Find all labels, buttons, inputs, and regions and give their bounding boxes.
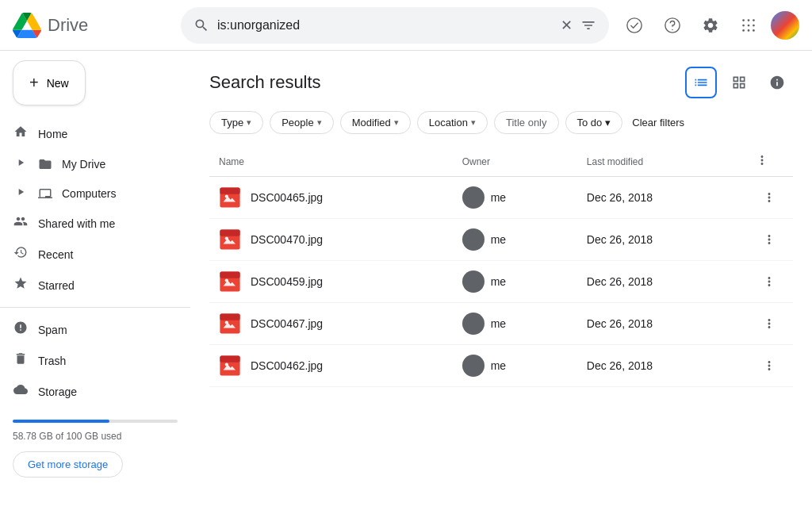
owner-avatar bbox=[462, 270, 485, 293]
sidebar-shared-label: Shared with me bbox=[38, 217, 115, 230]
last-modified-cell: Dec 26, 2018 bbox=[577, 219, 745, 261]
search-icon bbox=[193, 17, 209, 33]
check-circle-icon-btn[interactable] bbox=[619, 10, 650, 41]
row-more-actions[interactable] bbox=[745, 261, 793, 303]
sidebar-item-shared-with-me[interactable]: Shared with me bbox=[0, 208, 178, 239]
filter-people[interactable]: People ▾ bbox=[270, 111, 333, 134]
grid-view-button[interactable] bbox=[723, 67, 755, 98]
sidebar-item-trash[interactable]: Trash bbox=[0, 345, 178, 376]
col-name: Name bbox=[209, 147, 453, 177]
content-header: Search results bbox=[209, 67, 793, 98]
topbar: Drive ✕ bbox=[0, 0, 812, 51]
settings-icon-btn[interactable] bbox=[695, 10, 726, 41]
storage-section: 58.78 GB of 100 GB used Get more storage bbox=[0, 407, 190, 484]
filter-options-icon[interactable] bbox=[580, 17, 596, 33]
help-icon-btn[interactable] bbox=[657, 10, 688, 41]
svg-point-2 bbox=[672, 29, 672, 29]
filter-to-do[interactable]: To do ▾ bbox=[565, 111, 623, 134]
table-row[interactable]: DSC00465.jpg me Dec 26, 2018 bbox=[209, 177, 793, 219]
sidebar-home-label: Home bbox=[38, 128, 67, 140]
get-more-storage-button[interactable]: Get more storage bbox=[13, 451, 123, 478]
filter-modified-label: Modified bbox=[352, 117, 391, 128]
filter-type[interactable]: Type ▾ bbox=[209, 111, 263, 134]
trash-icon bbox=[13, 351, 29, 370]
svg-rect-25 bbox=[220, 355, 239, 362]
sidebar-recent-label: Recent bbox=[38, 248, 73, 261]
sidebar-item-home[interactable]: Home bbox=[0, 118, 178, 149]
col-actions bbox=[745, 147, 793, 177]
recent-icon bbox=[13, 245, 29, 263]
more-options-button[interactable] bbox=[755, 309, 783, 338]
search-bar: ✕ bbox=[181, 7, 609, 44]
svg-point-8 bbox=[753, 24, 755, 26]
row-more-actions[interactable] bbox=[745, 177, 793, 219]
row-more-actions[interactable] bbox=[745, 303, 793, 345]
new-button[interactable]: + New bbox=[13, 60, 86, 105]
sidebar: + New Home My Drive Computers bbox=[0, 51, 190, 514]
owner-avatar bbox=[462, 313, 485, 335]
table-row[interactable]: DSC00462.jpg me Dec 26, 2018 bbox=[209, 345, 793, 387]
sidebar-item-recent[interactable]: Recent bbox=[0, 239, 178, 270]
row-more-actions[interactable] bbox=[745, 219, 793, 261]
filter-location[interactable]: Location ▾ bbox=[417, 111, 488, 134]
info-button[interactable] bbox=[761, 67, 793, 98]
sidebar-spam-label: Spam bbox=[38, 324, 67, 336]
clear-search-icon[interactable]: ✕ bbox=[561, 17, 573, 34]
sidebar-item-my-drive[interactable]: My Drive bbox=[0, 149, 178, 178]
table-header-row: Name Owner Last modified bbox=[209, 147, 793, 177]
drive-logo-icon bbox=[13, 11, 41, 40]
svg-point-4 bbox=[748, 19, 750, 21]
sidebar-item-starred[interactable]: Starred bbox=[0, 270, 178, 301]
sidebar-trash-label: Trash bbox=[38, 355, 66, 367]
file-image-icon bbox=[219, 313, 241, 335]
file-name: DSC00459.jpg bbox=[251, 275, 323, 288]
search-input[interactable] bbox=[217, 18, 553, 33]
row-more-actions[interactable] bbox=[745, 345, 793, 387]
file-name-cell: DSC00462.jpg bbox=[209, 345, 453, 387]
spam-icon bbox=[13, 320, 29, 339]
file-name-cell: DSC00459.jpg bbox=[209, 261, 453, 303]
sidebar-item-storage[interactable]: Storage bbox=[0, 376, 178, 407]
list-view-button[interactable] bbox=[685, 67, 717, 98]
owner-name: me bbox=[491, 317, 506, 330]
owner-avatar bbox=[462, 186, 485, 209]
more-options-button[interactable] bbox=[755, 183, 783, 212]
user-avatar[interactable] bbox=[771, 11, 799, 40]
file-image-icon bbox=[219, 355, 241, 377]
app-name: Drive bbox=[48, 15, 88, 36]
svg-point-6 bbox=[742, 24, 745, 26]
sidebar-starred-label: Starred bbox=[38, 279, 75, 292]
apps-icon-btn[interactable] bbox=[733, 10, 764, 41]
starred-icon bbox=[13, 276, 29, 294]
filter-title-only[interactable]: Title only bbox=[494, 111, 559, 134]
svg-point-0 bbox=[627, 17, 642, 32]
owner-name: me bbox=[491, 233, 506, 246]
owner-cell: me bbox=[453, 261, 577, 303]
computers-expand-icon bbox=[13, 185, 29, 201]
main-layout: + New Home My Drive Computers bbox=[0, 51, 812, 514]
more-options-button[interactable] bbox=[755, 267, 783, 296]
svg-point-20 bbox=[225, 279, 228, 282]
table-row[interactable]: DSC00467.jpg me Dec 26, 2018 bbox=[209, 303, 793, 345]
table-row[interactable]: DSC00470.jpg me Dec 26, 2018 bbox=[209, 219, 793, 261]
sidebar-item-spam[interactable]: Spam bbox=[0, 314, 178, 345]
filter-modified[interactable]: Modified ▾ bbox=[340, 111, 411, 134]
new-button-label: New bbox=[47, 77, 69, 90]
clear-filters-button[interactable]: Clear filters bbox=[629, 112, 688, 133]
table-row[interactable]: DSC00459.jpg me Dec 26, 2018 bbox=[209, 261, 793, 303]
svg-rect-22 bbox=[220, 313, 239, 320]
more-options-button[interactable] bbox=[755, 351, 783, 380]
type-chevron-icon: ▾ bbox=[247, 117, 251, 128]
storage-bar-bg bbox=[13, 420, 178, 423]
more-options-button[interactable] bbox=[755, 225, 783, 254]
storage-used-label: 58.78 GB of 100 GB used bbox=[13, 431, 178, 442]
plus-icon: + bbox=[29, 74, 39, 92]
svg-rect-13 bbox=[220, 187, 239, 194]
owner-cell: me bbox=[453, 177, 577, 219]
file-name-cell: DSC00467.jpg bbox=[209, 303, 453, 345]
svg-point-9 bbox=[742, 29, 745, 32]
sidebar-item-computers[interactable]: Computers bbox=[0, 178, 178, 208]
sidebar-storage-label: Storage bbox=[38, 386, 77, 398]
sidebar-computers-label: Computers bbox=[62, 187, 116, 200]
svg-point-10 bbox=[748, 29, 750, 32]
